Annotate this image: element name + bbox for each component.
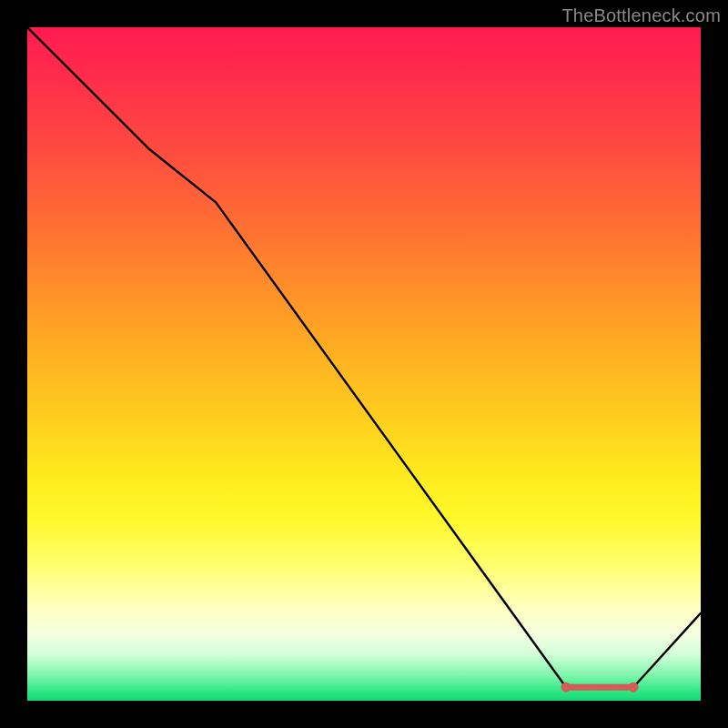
chart-svg <box>27 27 701 701</box>
svg-point-6 <box>608 684 613 690</box>
svg-point-7 <box>620 684 625 690</box>
svg-point-4 <box>586 684 592 690</box>
curve-line <box>27 27 701 687</box>
chart-frame: TheBottleneck.com <box>0 0 728 728</box>
svg-point-3 <box>574 684 580 690</box>
svg-point-5 <box>597 684 602 690</box>
plot-area <box>27 27 701 701</box>
watermark-text: TheBottleneck.com <box>561 5 721 26</box>
bottleneck-marker <box>561 682 639 693</box>
